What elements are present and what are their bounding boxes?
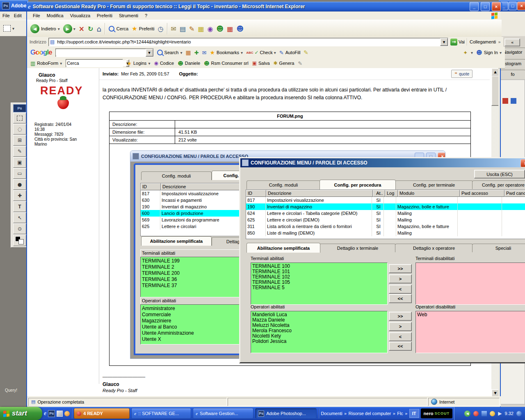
terminals-disabled-list[interactable] — [415, 262, 525, 305]
table-row[interactable]: 850Liste di mailing (DEMO)SIMailing — [246, 230, 525, 236]
tray-clock[interactable]: 9.32 — [505, 411, 514, 416]
discuss-icon[interactable]: ◉ — [208, 25, 213, 33]
path-select-tool-icon[interactable]: ↖ — [13, 212, 26, 223]
tab-config-per-procedura[interactable]: Config. per procedura — [320, 180, 396, 189]
operators-move-all-left-button[interactable]: << — [389, 342, 412, 351]
dialog-close-button[interactable]: × — [520, 159, 525, 167]
mail-check-icon[interactable]: ✉ — [202, 50, 207, 56]
palette-icon-2[interactable] — [511, 98, 516, 104]
terminals-move-all-left-button[interactable]: << — [389, 294, 412, 303]
ie-minimize-button[interactable]: _ — [470, 2, 479, 11]
tab-config-per-terminale[interactable]: Config. per terminale — [395, 180, 473, 189]
pagerank-icon[interactable]: ▦ — [185, 49, 191, 56]
operators-disabled-list[interactable]: Web — [415, 311, 525, 353]
print-icon[interactable]: ▤ — [180, 25, 186, 33]
menu-help[interactable]: ? — [142, 13, 151, 18]
google-search-dropdown[interactable]: ▾ — [146, 49, 153, 57]
table-row[interactable]: 311Lista articoli a rientrare da clienti… — [246, 223, 525, 230]
start-button[interactable]: start — [0, 407, 42, 420]
contacts-icon[interactable]: ☻ — [236, 25, 244, 33]
zoom-tool-icon[interactable]: ⊙ — [13, 224, 26, 234]
marquee-preset-icon[interactable] — [3, 25, 11, 32]
palette-collapse-button[interactable]: « — [504, 39, 520, 46]
refresh-button[interactable]: ↻ — [88, 25, 93, 33]
daniele-passcard-button[interactable]: ☻ Daniele — [178, 60, 200, 66]
tab-dettaglio-operatore[interactable]: Dettaglio x operatore — [395, 244, 473, 252]
table-row-selected[interactable]: 190Inventari di magazzinoSIMagazzino, bo… — [246, 203, 525, 210]
tab-abilitazione-semplificata[interactable]: Abilitazione semplificata — [247, 243, 320, 253]
background-color-swatch[interactable] — [18, 239, 24, 244]
ps-restore-button[interactable]: □ — [509, 2, 517, 10]
scroll-down-button[interactable]: ▼ — [491, 389, 498, 396]
terminals-move-right-button[interactable]: > — [389, 274, 412, 283]
options-dropdown-icon[interactable]: ▾ — [12, 26, 14, 31]
scroll-up-button[interactable]: ▲ — [491, 68, 498, 76]
operators-move-right-button[interactable]: > — [389, 322, 412, 331]
autofill-button[interactable]: ✎ AutoFill — [279, 50, 301, 56]
toolbar-flc[interactable]: Flc — [397, 411, 403, 416]
chevron-icon[interactable]: » — [405, 411, 408, 416]
signin-button[interactable]: ☻ Sign In ▾ — [476, 49, 502, 56]
marquee-tool-icon[interactable] — [13, 113, 26, 123]
scrollbar-thumb[interactable] — [491, 75, 498, 106]
toolbar-risorse[interactable]: Risorse del computer — [349, 411, 391, 416]
brush-tool-icon[interactable]: ✎ — [13, 146, 26, 157]
tray-update-icon[interactable] — [490, 411, 495, 416]
forward-button[interactable]: ▶ ▾ — [63, 24, 75, 33]
photoshop-menu-file[interactable]: File — [2, 13, 10, 18]
tray-hide-icons-button[interactable]: ◀ — [464, 411, 470, 417]
codice-button[interactable]: ◉ Codice — [154, 60, 174, 66]
operators-enabled-list[interactable]: Manderioli LucaMazza DanieleMeluzzi Nico… — [251, 311, 388, 353]
ql-show-desktop-icon[interactable] — [57, 411, 63, 417]
list-item[interactable]: TERMINALE 5 — [252, 285, 386, 290]
menu-strumenti[interactable]: Strumenti — [116, 13, 142, 18]
google-search-input[interactable] — [56, 50, 146, 55]
google-search-button[interactable]: Search ▾ — [157, 50, 183, 55]
dialog-titlebar[interactable]: CONFIGURAZIONE MENU / PAROLE DI ACCESSO — [240, 158, 525, 167]
palette-icon-1[interactable] — [502, 98, 508, 104]
language-indicator[interactable]: IT — [409, 409, 419, 418]
tab-config-moduli[interactable]: Config. moduli — [247, 180, 320, 189]
ie-restore-button[interactable]: □ — [481, 2, 490, 11]
highlighter-icon[interactable]: ✎ — [304, 49, 308, 56]
task-ready-group[interactable]: 4 READY — [74, 408, 130, 419]
pen-tool-icon[interactable]: ✚ — [13, 190, 26, 201]
operators-move-all-right-button[interactable]: >> — [389, 312, 412, 321]
task-software-ge[interactable]: e :: SOFTWARE GE... — [131, 408, 191, 419]
roboform-search-input[interactable] — [66, 60, 126, 66]
color-swatches[interactable] — [13, 235, 26, 246]
table-row[interactable]: 624Lettere e circolari - Tabella categor… — [246, 210, 525, 217]
search-button[interactable]: Cerca — [109, 26, 128, 32]
notes-icon[interactable]: ▦ — [198, 25, 204, 33]
task-software-gestionale[interactable]: e Software Gestion... — [193, 408, 253, 419]
lasso-tool-icon[interactable]: ◌ — [13, 124, 26, 135]
eraser-tool-icon[interactable]: ▭ — [13, 168, 26, 179]
terminals-move-left-button[interactable]: < — [389, 285, 412, 294]
quote-button[interactable]: “ quote — [451, 70, 472, 78]
exit-esc-button[interactable]: Uscita (ESC) — [474, 170, 525, 178]
ql-ie-icon[interactable]: e — [44, 410, 46, 417]
task-adobe-photoshop[interactable]: Ps Adobe Photoshop... — [255, 408, 317, 419]
stop-button[interactable]: × — [79, 25, 84, 33]
history-icon[interactable]: ◷ — [158, 25, 164, 33]
home-button[interactable]: ⌂ — [96, 25, 101, 33]
ql-photoshop-icon[interactable]: Ps — [48, 410, 55, 417]
clone-stamp-tool-icon[interactable]: ▣ — [13, 157, 26, 168]
tab-dettaglio-terminale[interactable]: Dettaglio x terminale — [320, 244, 396, 252]
edit-icon[interactable]: ✎ — [189, 25, 194, 33]
rsm-passcard-button[interactable]: ☻ Rsm Consumer srl — [204, 60, 249, 66]
back-button[interactable]: ◀ Indietro ▾ — [30, 24, 60, 33]
list-item[interactable]: Polidori Jessica — [252, 339, 386, 344]
menu-visualizza[interactable]: Visualizza — [67, 13, 94, 18]
tab-speciali[interactable]: Speciali — [472, 244, 525, 252]
palette-tab-info[interactable]: fo — [500, 70, 525, 78]
photoshop-titlebar[interactable]: Ps Adobe — [0, 0, 28, 11]
links-chevron-icon[interactable]: » — [498, 39, 501, 45]
chevron-icon[interactable]: » — [393, 411, 395, 416]
tray-antivirus-icon[interactable] — [473, 411, 479, 416]
menu-file[interactable]: File — [30, 13, 43, 18]
roboform-menu-button[interactable]: ▥ RoboForm ▾ — [30, 60, 62, 66]
go-button[interactable]: → Vai — [450, 39, 465, 46]
tray-network-icon[interactable] — [482, 411, 487, 416]
chevron-icon[interactable]: » — [344, 411, 347, 416]
